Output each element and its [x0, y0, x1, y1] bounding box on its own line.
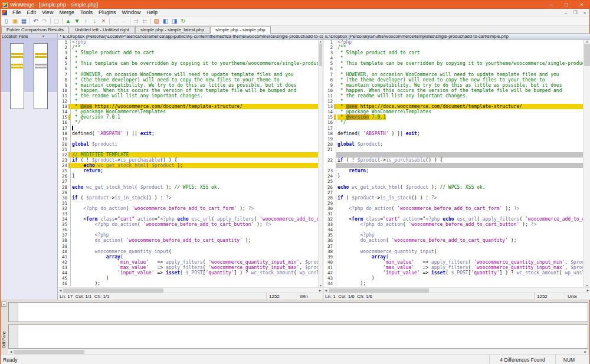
- code-line[interactable]: 30if ( $product->is_in_stock() ) : ?>: [58, 195, 318, 201]
- code-line[interactable]: 34 <form class="cart" action="<?php echo…: [58, 217, 318, 222]
- code-line[interactable]: 17: [323, 126, 583, 131]
- code-line[interactable]: 18defined( 'ABSPATH' ) || exit;: [58, 131, 318, 136]
- code-line[interactable]: 29: [323, 201, 583, 206]
- vertical-scrollbar-left[interactable]: ▲ ▼: [318, 40, 323, 287]
- auto-merge-icon[interactable]: ▧: [152, 17, 161, 25]
- code-line[interactable]: 31: [323, 211, 583, 217]
- menu-window[interactable]: Window: [119, 9, 143, 15]
- code-line[interactable]: 14 * @package WooCommerce\Templates: [323, 109, 583, 114]
- code-line[interactable]: 20global $product;: [323, 142, 583, 147]
- code-line[interactable]: 28echo wc_get_stock_html( $product ); //…: [58, 185, 318, 190]
- code-line[interactable]: 19: [323, 136, 583, 142]
- copy-all-left-icon[interactable]: ⇇: [140, 17, 149, 25]
- minimize-button[interactable]: –: [543, 1, 559, 9]
- code-line[interactable]: 3 * Simple product add to cart: [58, 50, 318, 55]
- code-line[interactable]: 43 ): [323, 276, 583, 281]
- code-line[interactable]: 13 * @see https://woocommerce.com/docume…: [58, 104, 318, 109]
- code-line[interactable]: 12 *: [323, 99, 583, 104]
- code-line[interactable]: 6 *: [58, 66, 318, 71]
- code-line[interactable]: 12 *: [58, 99, 318, 104]
- code-editor-left[interactable]: 1<?php2/**3 * Simple product add to cart…: [58, 40, 318, 287]
- copy-right-icon[interactable]: →: [111, 17, 120, 25]
- redo-icon[interactable]: ↷: [40, 17, 49, 25]
- next-diff-icon[interactable]: ▼: [73, 17, 81, 25]
- undo-icon[interactable]: ↶: [31, 17, 40, 25]
- mdi-restore-button[interactable]: ❐: [571, 9, 580, 17]
- diff-pane-close-icon[interactable]: ×: [1, 301, 6, 307]
- code-line[interactable]: 32 <form class="cart" action="<?php echo…: [323, 217, 583, 222]
- code-line[interactable]: 1<?php: [58, 40, 318, 45]
- code-line[interactable]: 8 * (the theme developer) will need to c…: [58, 77, 318, 83]
- code-line[interactable]: 7 * HOWEVER, on occasion WooCommerce wil…: [323, 72, 583, 77]
- mdi-close-button[interactable]: ×: [580, 9, 589, 17]
- code-line[interactable]: 31: [58, 201, 318, 206]
- code-line[interactable]: 5 * This template can be overridden by c…: [58, 61, 318, 66]
- code-line[interactable]: 25: [323, 179, 583, 184]
- mdi-minimize-button[interactable]: –: [561, 9, 571, 17]
- menu-view[interactable]: View: [39, 9, 56, 15]
- swap-panes-icon[interactable]: ◧: [161, 17, 170, 25]
- current-diff-icon[interactable]: ×: [99, 17, 108, 25]
- view-switch-icon[interactable]: ◨: [170, 17, 179, 25]
- scrollbar-thumb[interactable]: [329, 288, 429, 293]
- code-line[interactable]: 43 'max_value' => apply_filters( 'woocom…: [58, 265, 318, 270]
- code-line[interactable]: 41 'max_value' => apply_filters( 'woocom…: [323, 265, 583, 270]
- diff-pane-bottom-box[interactable]: [8, 324, 588, 349]
- code-line[interactable]: 2/**: [323, 45, 583, 50]
- code-line[interactable]: 37 <?php: [58, 232, 318, 238]
- copy-left-icon[interactable]: ←: [120, 17, 129, 25]
- code-line[interactable]: 9 * maintain compatibility. We try to do…: [323, 83, 583, 88]
- horizontal-scrollbar-left[interactable]: ◀ ▶: [58, 287, 323, 293]
- location-bar-right[interactable]: [34, 43, 48, 109]
- code-line[interactable]: 9 * maintain compatibility. We try to do…: [58, 83, 318, 88]
- code-line[interactable]: 44 );: [323, 281, 583, 286]
- scroll-right-icon[interactable]: ▶: [583, 350, 588, 353]
- code-line[interactable]: 3 * Simple product add to cart: [323, 50, 583, 55]
- code-line[interactable]: 4 *: [323, 55, 583, 61]
- save-icon[interactable]: ▦: [19, 17, 28, 25]
- maximize-button[interactable]: □: [559, 1, 574, 9]
- select-window-icon[interactable]: ▢: [52, 17, 61, 25]
- code-line[interactable]: 6 *: [323, 66, 583, 71]
- mdi-child-icon[interactable]: [2, 10, 7, 15]
- scroll-right-icon[interactable]: ▶: [317, 288, 323, 292]
- menu-file[interactable]: File: [9, 9, 24, 15]
- code-line[interactable]: 15 * @version 7.0.1: [323, 114, 583, 120]
- code-line[interactable]: 42 'min_value' => apply_filters( 'woocom…: [58, 260, 318, 265]
- last-diff-icon[interactable]: ↓: [90, 17, 99, 25]
- tab-simple-php-simple-latest-php[interactable]: simple.php - simple_latest.php: [135, 26, 209, 33]
- code-line[interactable]: 33 <?php do_action( 'woocommerce_before_…: [323, 222, 583, 227]
- close-button[interactable]: ×: [574, 1, 589, 9]
- scroll-up-icon[interactable]: ▲: [319, 40, 322, 43]
- refresh-icon[interactable]: ↻: [179, 17, 188, 25]
- tab-simple-php-simple-php[interactable]: simple.php - simple.php: [210, 26, 270, 34]
- code-line[interactable]: 35 <?php do_action( 'woocommerce_before_…: [58, 222, 318, 227]
- code-line[interactable]: 14 * @package WooCommerce\Templates: [58, 109, 318, 114]
- code-line[interactable]: 17: [58, 126, 318, 131]
- code-line[interactable]: 30 <?php do_action( 'woocommerce_before_…: [323, 206, 583, 211]
- code-line[interactable]: 13 * @see https://docs.woocommerce.com/d…: [323, 104, 583, 109]
- menu-edit[interactable]: Edit: [24, 9, 40, 15]
- scroll-left-icon[interactable]: ◀: [58, 288, 63, 292]
- code-line[interactable]: 16 */: [58, 120, 318, 125]
- code-line[interactable]: 22// MODIFIED TEMPLATE: [58, 152, 318, 158]
- code-line[interactable]: 29: [58, 190, 318, 195]
- code-line[interactable]: 7 * HOWEVER, on occasion WooCommerce wil…: [58, 72, 318, 77]
- code-line[interactable]: 11 * the readme will list any important …: [323, 93, 583, 99]
- code-line[interactable]: 32 <?php do_action( 'woocommerce_before_…: [58, 206, 318, 211]
- code-line[interactable]: 20global $product;: [58, 142, 318, 147]
- menu-help[interactable]: Help: [143, 9, 160, 15]
- code-line[interactable]: 41 array(: [58, 254, 318, 260]
- location-pane-body[interactable]: [1, 39, 57, 300]
- code-line[interactable]: 10 * happen. When this occurs the versio…: [58, 88, 318, 93]
- resize-grip[interactable]: [582, 355, 589, 364]
- code-line[interactable]: 24 echo wc_get_stock_html( $product );: [58, 163, 318, 168]
- code-line[interactable]: 34: [323, 227, 583, 232]
- prev-diff-icon[interactable]: ▲: [64, 17, 73, 25]
- code-line[interactable]: 15 * @version 7.0.1: [58, 114, 318, 120]
- code-line[interactable]: 28if ( $product->is_in_stock() ) : ?>: [323, 195, 583, 201]
- code-line[interactable]: 22if ( ! $product->is_purchasable() ) {: [323, 158, 583, 163]
- menu-plugins[interactable]: Plugins: [96, 9, 119, 15]
- scroll-right-icon[interactable]: ▶: [585, 288, 590, 292]
- code-line[interactable]: [323, 152, 583, 158]
